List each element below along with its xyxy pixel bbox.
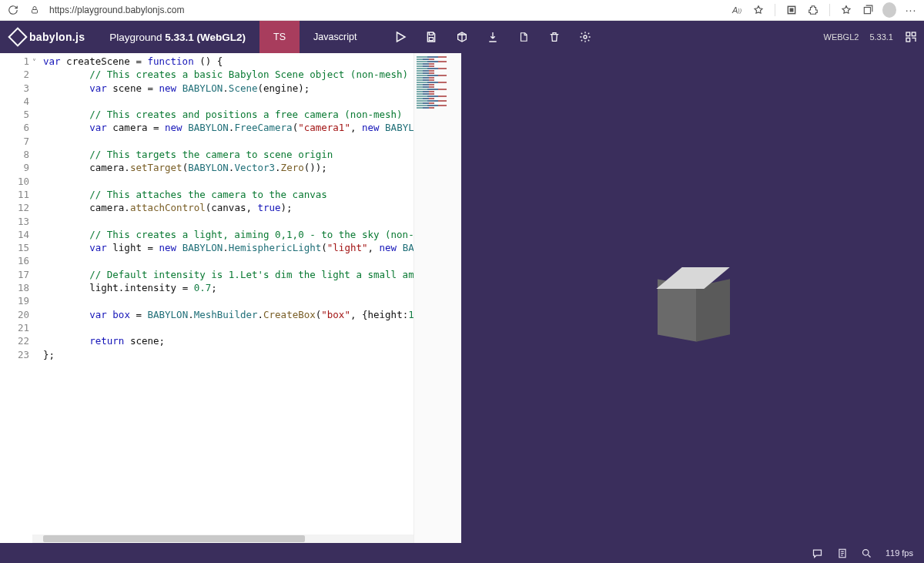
svg-point-5 bbox=[584, 35, 587, 39]
logo[interactable]: babylon.js bbox=[0, 21, 95, 53]
svg-rect-4 bbox=[430, 38, 434, 41]
favorite-icon[interactable] bbox=[752, 3, 765, 17]
fps-label: 119 fps bbox=[886, 548, 913, 558]
svg-rect-0 bbox=[32, 10, 38, 14]
scrollbar-thumb[interactable] bbox=[43, 535, 305, 542]
render-canvas[interactable] bbox=[461, 53, 924, 543]
run-icon[interactable] bbox=[393, 30, 407, 44]
fold-gutter[interactable]: ˅ bbox=[32, 53, 43, 543]
horizontal-scrollbar[interactable] bbox=[32, 535, 413, 543]
clear-icon[interactable] bbox=[547, 30, 561, 44]
minimap[interactable] bbox=[413, 53, 461, 543]
new-icon[interactable] bbox=[517, 30, 531, 44]
code-editor[interactable]: 1234567891011121314151617181920212223 ˅ … bbox=[0, 53, 461, 543]
code-area[interactable]: var createScene = function () { // This … bbox=[43, 53, 413, 543]
brand-text: babylon.js bbox=[29, 31, 85, 43]
stop-icon[interactable] bbox=[785, 3, 798, 17]
header-toolbar bbox=[370, 30, 592, 44]
qr-icon[interactable] bbox=[904, 30, 918, 44]
svg-rect-6 bbox=[906, 32, 910, 36]
profile-icon[interactable] bbox=[882, 3, 896, 17]
svg-rect-7 bbox=[912, 32, 916, 36]
engine-label[interactable]: WEBGL2 bbox=[824, 32, 859, 42]
svg-rect-2 bbox=[790, 8, 793, 12]
tab-typescript[interactable]: TS bbox=[259, 21, 300, 53]
svg-rect-8 bbox=[906, 38, 910, 42]
tab-javascript[interactable]: Javascript bbox=[300, 21, 370, 53]
app-header: babylon.js Playground 5.33.1 (WebGL2) TS… bbox=[0, 21, 924, 53]
status-bar: 119 fps bbox=[0, 543, 924, 563]
collections-icon[interactable] bbox=[861, 3, 875, 17]
lock-icon bbox=[28, 3, 42, 17]
svg-rect-3 bbox=[864, 8, 870, 14]
main-split: 1234567891011121314151617181920212223 ˅ … bbox=[0, 53, 924, 543]
favorites-bar-icon[interactable] bbox=[839, 3, 853, 17]
download-icon[interactable] bbox=[486, 30, 500, 44]
playground-title: Playground 5.33.1 (WebGL2) bbox=[95, 32, 259, 43]
docs-icon[interactable] bbox=[836, 547, 849, 559]
save-icon[interactable] bbox=[424, 30, 438, 44]
browser-chrome: https://playground.babylonjs.com A)) ··· bbox=[0, 0, 924, 21]
inspector-icon[interactable] bbox=[455, 30, 469, 44]
rendered-cube bbox=[666, 267, 735, 344]
line-gutter: 1234567891011121314151617181920212223 bbox=[0, 53, 32, 543]
svg-point-10 bbox=[863, 549, 869, 555]
settings-icon[interactable] bbox=[578, 30, 592, 44]
read-aloud-icon[interactable]: A)) bbox=[730, 3, 744, 17]
more-icon[interactable]: ··· bbox=[904, 3, 918, 17]
url-bar[interactable]: https://playground.babylonjs.com bbox=[49, 5, 722, 15]
version-label[interactable]: 5.33.1 bbox=[869, 32, 893, 42]
search-icon[interactable] bbox=[861, 547, 873, 559]
extensions-icon[interactable] bbox=[806, 3, 820, 17]
logo-icon bbox=[8, 27, 27, 46]
chat-icon[interactable] bbox=[812, 547, 824, 559]
header-right: WEBGL2 5.33.1 bbox=[824, 30, 924, 44]
refresh-icon[interactable] bbox=[6, 3, 20, 17]
